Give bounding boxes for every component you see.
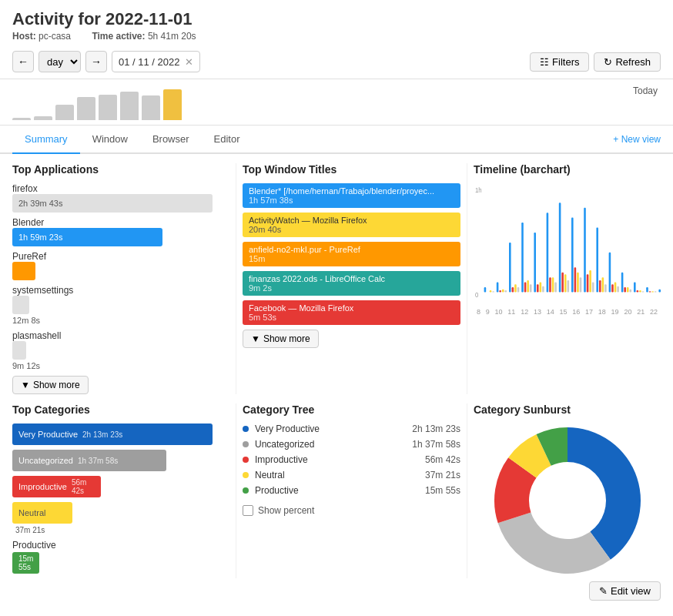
refresh-button[interactable]: ↻ Refresh bbox=[594, 52, 661, 72]
svg-rect-11 bbox=[514, 284, 517, 292]
date-input[interactable]: 01 / 11 / 2022 ✕ bbox=[112, 51, 200, 72]
list-item: Uncategorized 1h 37m 58s bbox=[243, 439, 460, 450]
svg-rect-8 bbox=[505, 290, 507, 293]
show-percent-label: Show percent bbox=[258, 505, 314, 516]
svg-rect-54 bbox=[649, 291, 651, 292]
refresh-icon: ↻ bbox=[604, 56, 612, 68]
tree-dot bbox=[243, 472, 249, 478]
svg-rect-35 bbox=[589, 270, 591, 292]
category-sunburst-title: Category Sunburst bbox=[474, 403, 661, 416]
list-item: finanzas 2022.ods - LibreOffice Calc 9m … bbox=[243, 271, 460, 296]
list-item: firefox 2h 39m 43s bbox=[12, 183, 229, 213]
svg-rect-30 bbox=[574, 267, 577, 292]
app-name: systemsettings bbox=[12, 285, 229, 296]
host-label: Host: pc-casa bbox=[12, 31, 80, 42]
category-time: 15m 55s bbox=[18, 554, 33, 571]
prev-period-button[interactable]: ← bbox=[12, 51, 34, 72]
timeline-title: Timeline (barchart) bbox=[474, 163, 661, 176]
svg-rect-16 bbox=[530, 284, 532, 292]
svg-rect-10 bbox=[512, 287, 514, 292]
svg-rect-38 bbox=[599, 280, 601, 293]
edit-view-button[interactable]: ✎ Edit view bbox=[589, 581, 661, 601]
tree-dot bbox=[243, 426, 249, 432]
tab-window[interactable]: Window bbox=[80, 126, 140, 154]
svg-rect-12 bbox=[517, 287, 520, 292]
top-categories-title: Top Categories bbox=[12, 403, 229, 416]
window-time: 1h 57m 38s bbox=[249, 196, 454, 205]
app-name: firefox bbox=[12, 183, 229, 194]
svg-rect-57 bbox=[658, 290, 661, 293]
period-select[interactable]: day bbox=[39, 51, 81, 72]
app-name: Blender bbox=[12, 217, 229, 228]
time-active-label: Time active: 5h 41m 20s bbox=[92, 31, 205, 42]
svg-rect-52 bbox=[642, 291, 645, 292]
svg-rect-17 bbox=[534, 233, 536, 293]
new-view-button[interactable]: + New view bbox=[613, 134, 661, 145]
svg-rect-6 bbox=[499, 290, 501, 293]
svg-rect-49 bbox=[634, 283, 636, 293]
svg-rect-33 bbox=[584, 208, 586, 293]
list-item: Uncategorized 1h 37m 58s bbox=[12, 450, 229, 471]
list-item: PureRef bbox=[12, 251, 229, 280]
list-item: Neutral 37m 21s bbox=[12, 502, 229, 535]
footer: ✎ Edit view bbox=[0, 578, 673, 604]
svg-rect-13 bbox=[521, 223, 524, 292]
show-more-apps-button[interactable]: ▼ Show more bbox=[12, 376, 89, 394]
svg-rect-7 bbox=[502, 290, 504, 293]
next-period-button[interactable]: → bbox=[85, 51, 107, 72]
tree-item-name: Neutral bbox=[255, 470, 425, 480]
filters-button[interactable]: ☷ Filters bbox=[530, 52, 589, 72]
svg-rect-20 bbox=[542, 286, 544, 293]
category-name: Very Productive bbox=[18, 430, 78, 439]
show-more-windows-button[interactable]: ▼ Show more bbox=[243, 330, 319, 348]
category-tree-title: Category Tree bbox=[243, 403, 460, 416]
top-categories-section: Top Categories Very Productive 2h 13m 23… bbox=[12, 403, 236, 578]
timeline-section: Timeline (barchart) 1h0 8910111213141516… bbox=[467, 163, 661, 394]
window-time: 5m 53s bbox=[249, 313, 454, 322]
tree-item-time: 15m 55s bbox=[425, 485, 460, 496]
svg-rect-44 bbox=[617, 286, 619, 293]
window-title: Blender* [/home/hernan/Trabajo/blender/p… bbox=[249, 186, 449, 196]
timeline-x-labels: 8910111213141516171819202122 bbox=[474, 308, 661, 316]
chevron-down-icon: ▼ bbox=[21, 380, 30, 390]
svg-rect-24 bbox=[554, 283, 557, 293]
tab-browser[interactable]: Browser bbox=[140, 126, 202, 154]
date-clear-button[interactable]: ✕ bbox=[185, 56, 193, 68]
svg-rect-34 bbox=[587, 274, 589, 292]
svg-rect-56 bbox=[655, 291, 657, 292]
svg-rect-31 bbox=[577, 273, 579, 293]
svg-text:0: 0 bbox=[475, 290, 478, 299]
top-applications-section: Top Applications firefox 2h 39m 43s Blen… bbox=[12, 163, 236, 394]
list-item: Very Productive 2h 13m 23s bbox=[12, 424, 229, 445]
tree-item-time: 2h 13m 23s bbox=[412, 424, 460, 434]
top-applications-title: Top Applications bbox=[12, 163, 229, 176]
tree-item-name: Improductive bbox=[255, 454, 425, 465]
category-sunburst-section: Category Sunburst bbox=[467, 403, 661, 578]
list-item: systemsettings 12m 8s bbox=[12, 285, 229, 326]
show-percent-row: Show percent bbox=[243, 505, 460, 516]
app-time: 2h 39m 43s bbox=[18, 199, 62, 208]
window-title: anfield-no2-mkI.pur - PureRef bbox=[249, 245, 449, 254]
svg-rect-42 bbox=[611, 284, 614, 292]
category-tree-section: Category Tree Very Productive 2h 13m 23s… bbox=[236, 403, 467, 578]
tab-summary[interactable]: Summary bbox=[12, 126, 80, 154]
show-percent-checkbox[interactable] bbox=[243, 505, 253, 516]
tree-dot bbox=[243, 457, 249, 463]
edit-icon: ✎ bbox=[599, 585, 608, 597]
list-item: Productive 15m 55s bbox=[12, 540, 229, 574]
tree-item-name: Productive bbox=[255, 485, 425, 496]
tree-item-name: Uncategorized bbox=[255, 439, 412, 450]
app-name: plasmashell bbox=[12, 330, 229, 341]
svg-rect-46 bbox=[624, 287, 626, 292]
window-title: Facebook — Mozilla Firefox bbox=[249, 303, 449, 313]
tree-item-name: Very Productive bbox=[255, 424, 412, 434]
svg-rect-51 bbox=[639, 290, 641, 293]
svg-rect-9 bbox=[509, 243, 511, 293]
tab-editor[interactable]: Editor bbox=[202, 126, 253, 154]
page-title: Activity for 2022-11-01 bbox=[12, 9, 661, 29]
svg-rect-45 bbox=[621, 273, 624, 293]
svg-rect-28 bbox=[568, 280, 570, 293]
page-header: Activity for 2022-11-01 Host: pc-casa Ti… bbox=[0, 0, 673, 45]
list-item: Neutral 37m 21s bbox=[243, 470, 460, 480]
filter-icon: ☷ bbox=[540, 56, 549, 68]
